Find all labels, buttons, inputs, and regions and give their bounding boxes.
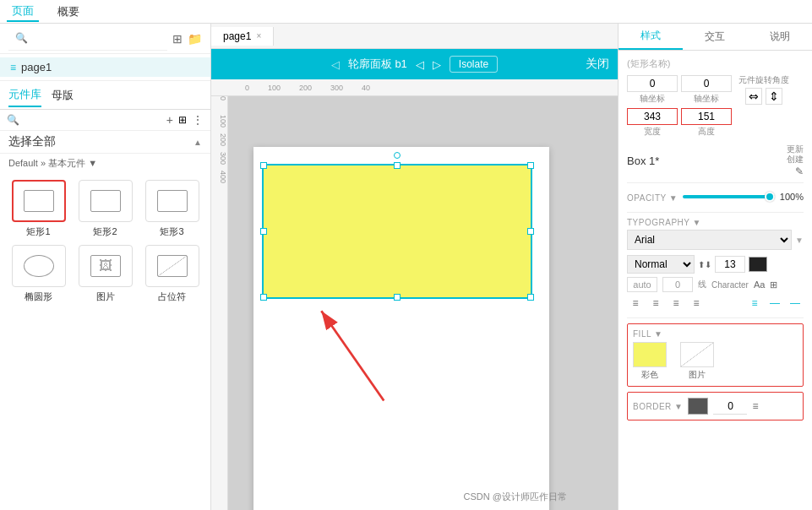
border-section: BORDER ▼ ≡ xyxy=(627,392,804,420)
align-row-1: ≡ ≡ ≡ ≡ ≡ — — xyxy=(627,296,804,311)
height-resize-icon[interactable]: ⇕ xyxy=(766,88,782,105)
font-color-box[interactable] xyxy=(749,257,767,272)
fill-color-swatch[interactable]: 彩色 xyxy=(633,342,667,381)
component-item-placeholder[interactable]: 占位符 xyxy=(142,245,202,303)
x-coord-input[interactable] xyxy=(627,75,678,92)
ruler-vert-400: 400 xyxy=(211,171,227,189)
isolate-button[interactable]: Isolate xyxy=(450,56,498,73)
edit-icon[interactable]: ✎ xyxy=(795,165,804,177)
add-component-btn[interactable]: + xyxy=(166,113,173,127)
width-resize-icon[interactable]: ⇔ xyxy=(745,88,762,105)
font-style-select[interactable]: Normal xyxy=(627,255,695,274)
top-bar-pages[interactable]: 页面 xyxy=(7,2,39,22)
opacity-slider-thumb[interactable] xyxy=(765,192,775,202)
select-all-label[interactable]: 选择全部 xyxy=(8,134,56,149)
ruler-top: 0 100 200 300 40 xyxy=(211,79,618,96)
canvas-scroll-area[interactable]: CSDN @设计师匹作日常 xyxy=(228,96,618,510)
fill-image-box[interactable] xyxy=(680,342,714,367)
border-more-icon[interactable]: ≡ xyxy=(752,400,758,412)
fill-image-swatch[interactable]: 图片 xyxy=(680,342,714,381)
component-tabs: 元件库 母版 xyxy=(0,81,210,110)
text-more-icon[interactable]: ⊞ xyxy=(770,279,777,290)
tab-interaction[interactable]: 交互 xyxy=(683,24,747,50)
component-item-rect2[interactable]: 矩形2 xyxy=(75,180,135,238)
handle-br[interactable] xyxy=(527,294,534,301)
component-item-image[interactable]: 🖼 图片 xyxy=(75,245,135,303)
right-content: (矩形名称) 轴坐标 轴坐标 元件旋转角度 ⇔ ⇕ xyxy=(619,51,812,510)
canvas-tabs: page1 × xyxy=(211,24,618,49)
tab-style[interactable]: 样式 xyxy=(619,24,683,50)
line-height-input[interactable] xyxy=(627,277,657,292)
page-search-input[interactable] xyxy=(33,32,161,44)
align-center-btn[interactable]: ≡ xyxy=(647,296,664,311)
component-rect3-icon-box[interactable] xyxy=(145,180,199,222)
nav-prev-icon[interactable]: ◁ xyxy=(331,58,340,71)
handle-tl[interactable] xyxy=(260,162,267,169)
border-color-box[interactable] xyxy=(688,398,708,415)
ruler-mark-400: 40 xyxy=(362,84,370,92)
component-item-rect3[interactable]: 矩形3 xyxy=(142,180,202,238)
letter-spacing-input[interactable] xyxy=(662,277,693,292)
rect1-shape xyxy=(24,190,54,212)
widget-name-row: Box 1* 更新 创建 ✎ xyxy=(627,144,804,177)
opacity-value: 100% xyxy=(780,192,804,202)
tab-masters[interactable]: 母版 xyxy=(52,84,74,106)
handle-bl[interactable] xyxy=(260,294,267,301)
opacity-label: OPACITY ▼ xyxy=(627,193,678,203)
spacing-row: 线 Character Aa ⊞ xyxy=(627,277,804,292)
component-item-ellipse[interactable]: 椭圆形 xyxy=(8,245,68,303)
page-item-page1[interactable]: ≡ page1 xyxy=(0,57,210,77)
component-item-rect1[interactable]: 矩形1 xyxy=(8,180,68,238)
component-search-input[interactable] xyxy=(25,114,161,126)
border-width-input[interactable] xyxy=(713,399,747,415)
opacity-slider[interactable] xyxy=(683,195,775,198)
handle-tr[interactable] xyxy=(527,162,534,169)
fill-color-box[interactable] xyxy=(633,342,667,367)
font-size-input[interactable] xyxy=(715,256,745,273)
fill-color-label: 彩色 xyxy=(641,369,658,381)
canvas-tab-page1[interactable]: page1 × xyxy=(211,27,274,46)
grid-view-icon[interactable]: ⊞ xyxy=(178,114,187,126)
handle-bm[interactable] xyxy=(394,294,401,301)
height-input[interactable] xyxy=(681,108,732,125)
top-bar-overview[interactable]: 概要 xyxy=(52,3,84,21)
add-page-icon[interactable]: ⊞ xyxy=(172,32,183,46)
font-family-select[interactable]: Arial xyxy=(627,230,792,250)
handle-tm[interactable] xyxy=(394,162,401,169)
nav-left-icon[interactable]: ◁ xyxy=(416,58,424,71)
width-input[interactable] xyxy=(627,108,678,125)
component-library: 元件库 母版 🔍 + ⊞ ⋮ 选择全部 ▲ Default » 基本元件 ▼ xyxy=(0,81,210,510)
align-bottom-btn[interactable]: — xyxy=(787,296,804,311)
widget-name-value: Box 1* xyxy=(627,155,659,167)
tab-component-library[interactable]: 元件库 xyxy=(8,84,41,107)
more-options-icon[interactable]: ⋮ xyxy=(192,113,204,127)
y-coord-input[interactable] xyxy=(681,75,732,92)
divider-2 xyxy=(627,212,804,213)
nav-right-icon[interactable]: ▷ xyxy=(433,58,441,71)
component-image-icon-box[interactable]: 🖼 xyxy=(79,245,133,287)
align-left-btn[interactable]: ≡ xyxy=(627,296,644,311)
top-bar: 页面 概要 xyxy=(0,0,812,24)
close-outline-btn[interactable]: 关闭 xyxy=(586,57,609,72)
handle-mr[interactable] xyxy=(527,228,534,235)
align-right-btn[interactable]: ≡ xyxy=(668,296,684,311)
align-top-btn[interactable]: ≡ xyxy=(746,296,763,311)
align-middle-btn[interactable]: — xyxy=(766,296,783,311)
align-justify-btn[interactable]: ≡ xyxy=(688,296,705,311)
font-style-stepper-icon[interactable]: ⬆⬇ xyxy=(698,260,711,269)
tab-notes[interactable]: 说明 xyxy=(748,24,812,50)
component-placeholder-icon-box[interactable] xyxy=(145,245,199,287)
chevron-down-icon: ▲ xyxy=(193,138,202,147)
sidebar-header: 🔍 ⊞ 📁 xyxy=(0,24,210,54)
selected-rectangle[interactable] xyxy=(262,164,532,299)
canvas-page xyxy=(253,147,549,510)
component-ellipse-icon-box[interactable] xyxy=(12,245,66,287)
font-style-row: Normal ⬆⬇ xyxy=(627,255,804,274)
component-rect1-icon-box[interactable] xyxy=(12,180,66,222)
rotate-handle[interactable] xyxy=(394,152,401,159)
canvas-tab-close[interactable]: × xyxy=(256,31,261,41)
component-rect2-icon-box[interactable] xyxy=(79,180,133,222)
text-format-icon[interactable]: Aa xyxy=(754,279,765,290)
folder-icon[interactable]: 📁 xyxy=(188,32,202,46)
handle-ml[interactable] xyxy=(260,228,267,235)
